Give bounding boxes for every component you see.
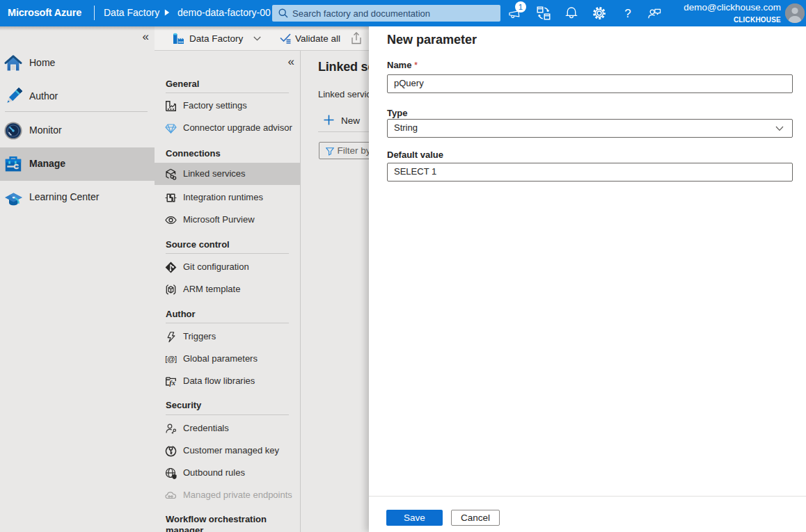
svg-text:?: ? bbox=[624, 7, 631, 20]
svg-text:[@]: [@] bbox=[165, 355, 177, 363]
svg-text:fx: fx bbox=[169, 379, 175, 387]
